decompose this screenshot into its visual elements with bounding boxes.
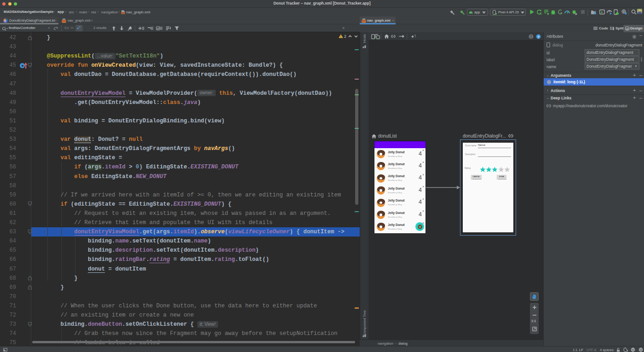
svg-text:K: K	[4, 19, 6, 22]
svg-text:A: A	[540, 12, 542, 15]
svg-text:?: ?	[537, 35, 540, 39]
